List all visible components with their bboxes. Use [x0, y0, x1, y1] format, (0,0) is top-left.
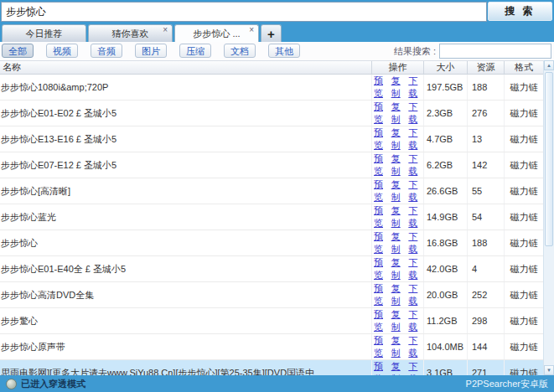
tab-close-icon[interactable]: ×	[249, 25, 254, 35]
download-link[interactable]: 下载	[408, 230, 423, 255]
new-tab-button[interactable]: +	[261, 24, 282, 42]
table-row[interactable]: 步步惊心E01-E40全 £ 圣城小5 预览复制下载 42.0GB 4 磁力链	[0, 256, 543, 282]
result-format: 磁力链	[505, 204, 543, 230]
copy-link[interactable]: 复制	[391, 204, 406, 230]
result-size: 11.2GB	[424, 308, 468, 333]
preview-link[interactable]: 预览	[374, 308, 389, 333]
copy-link[interactable]: 复制	[391, 152, 406, 178]
preview-link[interactable]: 预览	[374, 101, 389, 126]
tab-close-icon[interactable]: ×	[163, 25, 168, 35]
table-row[interactable]: 步步惊心1080i&amp;720P 预览复制下载 197.5GB 188 磁力…	[0, 75, 543, 101]
copy-link[interactable]: 复制	[391, 308, 406, 333]
table-row[interactable]: 步步惊心高清DVD全集 预览复制下载 20.0GB 252 磁力链	[0, 282, 543, 308]
status-bar: 已进入穿透模式 P2PSearcher安卓版	[0, 375, 554, 392]
status-left: 已进入穿透模式	[6, 378, 85, 390]
table-row[interactable]: 步步驚心 预览复制下载 11.2GB 298 磁力链	[0, 308, 543, 334]
result-format: 磁力链	[505, 308, 543, 333]
preview-link[interactable]: 预览	[374, 126, 389, 152]
result-resources: 144	[468, 334, 505, 359]
filter-button[interactable]: 其他	[268, 44, 300, 58]
table-row[interactable]: 步步惊心 预览复制下载 16.8GB 188 磁力链	[0, 230, 543, 256]
result-size: 20.0GB	[424, 282, 468, 307]
result-search-input[interactable]	[439, 44, 551, 59]
preview-link[interactable]: 预览	[374, 334, 389, 359]
scroll-down-icon[interactable]: ▼	[544, 365, 554, 375]
table-row[interactable]: 步步惊心E13-E16 £ 圣城小5 预览复制下载 4.7GB 13 磁力链	[0, 126, 543, 152]
download-link[interactable]: 下载	[408, 152, 423, 178]
scrollbar-thumb[interactable]	[545, 72, 553, 246]
tab[interactable]: 步步惊心 ... ×	[174, 24, 259, 42]
tab-label: 步步惊心 ...	[193, 28, 240, 40]
copy-link[interactable]: 复制	[391, 75, 406, 100]
row-actions: 预览复制下载	[372, 256, 424, 281]
download-link[interactable]: 下载	[408, 204, 423, 230]
result-format: 磁力链	[505, 282, 543, 307]
download-link[interactable]: 下载	[408, 256, 423, 281]
copy-link[interactable]: 复制	[391, 282, 406, 307]
toolbar: 全部视频音频图片压缩文档其他 结果搜索 :	[0, 42, 554, 60]
tab-bar: 今日推荐 猜你喜欢 × 步步惊心 ... × +	[2, 24, 282, 42]
row-actions: 预览复制下载	[372, 126, 424, 152]
preview-link[interactable]: 预览	[374, 204, 389, 230]
tab[interactable]: 猜你喜欢 ×	[88, 24, 173, 42]
filter-button[interactable]: 压缩	[179, 44, 211, 58]
copy-link[interactable]: 复制	[391, 256, 406, 281]
copy-link[interactable]: 复制	[391, 334, 406, 359]
table-row[interactable]: 步步惊心[高清晰] 预览复制下载 26.6GB 55 磁力链	[0, 178, 543, 204]
download-link[interactable]: 下载	[408, 334, 423, 359]
row-actions: 预览复制下载	[372, 230, 424, 255]
result-resources: 252	[468, 282, 505, 307]
copy-link[interactable]: 复制	[391, 126, 406, 152]
result-resources: 54	[468, 204, 505, 230]
preview-link[interactable]: 预览	[374, 75, 389, 100]
scroll-up-icon[interactable]: ▲	[544, 60, 554, 70]
header-name: 名称	[0, 61, 372, 74]
filter-bar: 全部视频音频图片压缩文档其他	[2, 44, 300, 58]
download-link[interactable]: 下载	[408, 282, 423, 307]
result-name: 步步惊心1080i&amp;720P	[0, 75, 372, 100]
result-name: 步步惊心E07-E12 £ 圣城小5	[0, 152, 372, 178]
table-row[interactable]: 步步惊心E01-E02 £ 圣城小5 预览复制下载 2.3GB 276 磁力链	[0, 101, 543, 126]
download-link[interactable]: 下载	[408, 126, 423, 152]
preview-link[interactable]: 预览	[374, 256, 389, 281]
result-format: 磁力链	[505, 101, 543, 126]
copy-link[interactable]: 复制	[391, 101, 406, 126]
preview-link[interactable]: 预览	[374, 282, 389, 307]
download-link[interactable]: 下载	[408, 101, 423, 126]
table-row[interactable]: 步步惊心蓝光 预览复制下载 14.9GB 54 磁力链	[0, 204, 543, 230]
results-body: 步步惊心1080i&amp;720P 预览复制下载 197.5GB 188 磁力…	[0, 75, 543, 375]
search-button[interactable]: 搜 索	[488, 2, 552, 21]
download-link[interactable]: 下载	[408, 75, 423, 100]
result-format: 磁力链	[505, 75, 543, 100]
result-resources: 4	[468, 256, 505, 281]
filter-button[interactable]: 音频	[91, 44, 122, 58]
tab[interactable]: 今日推荐	[2, 24, 86, 42]
result-resources: 188	[468, 230, 505, 255]
result-name: 步步惊心	[0, 230, 372, 255]
result-size: 42.0GB	[424, 256, 468, 281]
table-row[interactable]: 步步惊心E07-E12 £ 圣城小5 预览复制下载 6.2GB 142 磁力链	[0, 152, 543, 178]
download-link[interactable]: 下载	[408, 308, 423, 333]
result-size: 104.0MB	[424, 334, 468, 359]
result-name: 步步惊心原声带	[0, 334, 372, 359]
row-actions: 预览复制下载	[372, 178, 424, 204]
filter-button[interactable]: 图片	[135, 44, 167, 58]
copy-link[interactable]: 复制	[391, 230, 406, 255]
search-input[interactable]	[1, 2, 487, 22]
row-actions: 预览复制下载	[372, 334, 424, 359]
filter-button[interactable]: 文档	[224, 44, 256, 58]
table-row[interactable]: 步步惊心原声带 预览复制下载 104.0MB 144 磁力链	[0, 334, 543, 360]
row-actions: 预览复制下载	[372, 308, 424, 333]
preview-link[interactable]: 预览	[374, 230, 389, 255]
result-resources: 142	[468, 152, 505, 178]
preview-link[interactable]: 预览	[374, 152, 389, 178]
result-resources: 276	[468, 101, 505, 126]
download-link[interactable]: 下载	[408, 178, 423, 204]
filter-button[interactable]: 全部	[2, 44, 34, 58]
filter-button[interactable]: 视频	[46, 44, 78, 58]
scrollbar[interactable]: ▲ ▼	[543, 60, 554, 375]
tab-label: 猜你喜欢	[112, 28, 149, 40]
preview-link[interactable]: 预览	[374, 178, 389, 204]
tab-label: 今日推荐	[26, 28, 63, 40]
copy-link[interactable]: 复制	[391, 178, 406, 204]
